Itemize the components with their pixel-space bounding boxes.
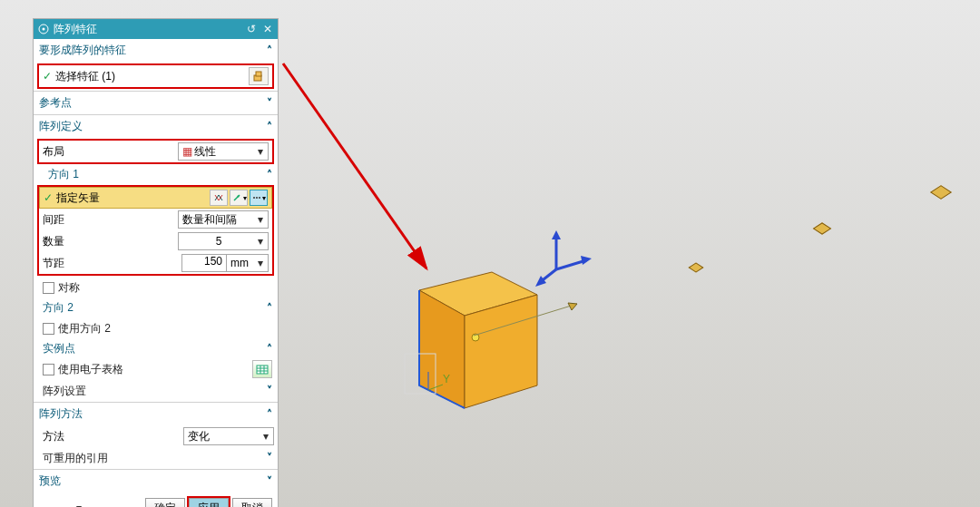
section-features-header[interactable]: 要形成阵列的特征 ˄ [34, 39, 278, 62]
method-label: 方法 [43, 429, 183, 444]
vector-options-button[interactable]: ▾ [250, 190, 268, 206]
chevron-up-icon: ˄ [267, 343, 272, 356]
pattern-feature-panel: 阵列特征 ↺ ✕ 要形成阵列的特征 ˄ ✓ 选择特征 (1) 参考点 ˅ 阵列定… [33, 18, 279, 507]
use-direction2-row[interactable]: 使用方向 2 [34, 317, 278, 339]
chevron-down-icon: ˅ [267, 97, 272, 110]
svg-point-8 [259, 197, 260, 199]
vector-pick-button[interactable]: ▾ [230, 190, 248, 206]
count-label: 数量 [43, 234, 178, 249]
chevron-down-icon: ˅ [267, 475, 272, 488]
vector-reverse-button[interactable] [210, 190, 228, 206]
pattern-settings-header[interactable]: 阵列设置 ˅ [34, 380, 278, 402]
panel-titlebar[interactable]: 阵列特征 ↺ ✕ [34, 19, 278, 39]
cancel-button[interactable]: 取消 [232, 498, 272, 507]
svg-point-6 [256, 197, 258, 199]
chevron-down-icon: ▾ [255, 257, 266, 269]
close-icon[interactable]: ✕ [261, 23, 274, 35]
section-method-header[interactable]: 阵列方法 ˄ [34, 402, 278, 425]
pattern-instance [813, 222, 832, 234]
chevron-down-icon: ▾ [255, 145, 266, 158]
chevron-up-icon: ˄ [267, 302, 272, 315]
svg-point-7 [253, 197, 255, 199]
panel-title: 阵列特征 [54, 22, 241, 37]
check-icon: ✓ [43, 70, 52, 83]
apply-button[interactable]: 应用 [189, 498, 229, 507]
count-spinner[interactable]: 5 ▾ [178, 232, 269, 250]
svg-point-21 [472, 334, 479, 341]
layout-combo[interactable]: ▦ 线性 ▾ [178, 142, 269, 161]
chevron-down-icon: ▾ [255, 213, 266, 226]
svg-text:Y: Y [443, 373, 450, 385]
pattern-instance [930, 185, 952, 200]
direction1-group: ✓ 指定矢量 ▾ ▾ 间距 数量和间隔 ▾ 数量 5 [37, 185, 274, 276]
chevron-down-icon: ▾ [255, 235, 266, 248]
spacing-label: 间距 [43, 212, 178, 228]
svg-point-1 [43, 28, 45, 31]
section-patterndef-header[interactable]: 阵列定义 ˄ [34, 114, 278, 138]
chevron-down-icon: ▾ [260, 430, 271, 443]
layout-group: 布局 ▦ 线性 ▾ [37, 139, 274, 164]
svg-marker-23 [568, 303, 577, 310]
gear-icon [37, 23, 50, 35]
check-icon: ✓ [44, 191, 53, 204]
chevron-down-icon: ˅ [267, 385, 272, 397]
svg-line-24 [283, 63, 426, 268]
section-preview-header[interactable]: 预览 ˅ [34, 469, 278, 492]
direction1-header[interactable]: 方向 1 ˄ [34, 165, 278, 184]
symmetric-label: 对称 [58, 280, 272, 296]
pattern-instance [688, 262, 703, 272]
ok-button[interactable]: 确定 [145, 498, 185, 507]
reusable-ref-header[interactable]: 可重用的引用 ˅ [34, 447, 278, 469]
apply-highlight: 应用 [187, 496, 230, 507]
svg-rect-9 [257, 366, 268, 374]
chevron-up-icon: ˄ [267, 169, 272, 181]
use-direction2-checkbox[interactable] [43, 323, 54, 335]
symmetric-checkbox[interactable] [43, 282, 54, 294]
layout-label: 布局 [43, 144, 178, 160]
pitch-input[interactable]: 150 [181, 254, 227, 272]
pitch-unit-combo[interactable]: mm ▾ [227, 254, 269, 272]
symmetric-row[interactable]: 对称 [34, 277, 278, 298]
section-refpoint-header[interactable]: 参考点 ˅ [34, 91, 278, 114]
expand-toggle[interactable]: ▾ [76, 502, 82, 507]
svg-rect-3 [256, 72, 261, 76]
use-spreadsheet-row: 使用电子表格 [34, 358, 278, 380]
specify-vector-row[interactable]: ✓ 指定矢量 ▾ ▾ [39, 187, 272, 209]
dialog-button-bar: ▾ 确定 应用 取消 [34, 492, 278, 507]
svg-line-27 [556, 260, 586, 269]
spacing-combo[interactable]: 数量和间隔 ▾ [178, 210, 269, 229]
viewport-cube: Y [392, 245, 530, 408]
undo-icon[interactable]: ↺ [245, 23, 258, 35]
pitch-label: 节距 [43, 256, 181, 271]
specify-vector-label: 指定矢量 [56, 190, 208, 206]
select-feature-label: 选择特征 (1) [55, 69, 249, 84]
select-feature-field[interactable]: ✓ 选择特征 (1) [37, 63, 274, 89]
method-combo[interactable]: 变化 ▾ [183, 427, 274, 445]
use-direction2-label: 使用方向 2 [58, 321, 272, 336]
select-feature-button[interactable] [249, 67, 269, 85]
use-spreadsheet-label: 使用电子表格 [58, 362, 252, 377]
chevron-down-icon: ˅ [267, 452, 272, 464]
instance-points-header[interactable]: 实例点 ˄ [34, 339, 278, 358]
svg-marker-26 [552, 230, 561, 239]
use-spreadsheet-checkbox[interactable] [43, 364, 54, 375]
chevron-up-icon: ˄ [267, 44, 272, 57]
axis-triad [534, 229, 597, 295]
svg-marker-28 [581, 256, 592, 265]
chevron-up-icon: ˄ [267, 408, 272, 421]
direction2-header[interactable]: 方向 2 ˄ [34, 298, 278, 317]
chevron-up-icon: ˄ [267, 121, 272, 133]
spreadsheet-button[interactable] [252, 360, 272, 378]
layout-combo-icon: ▦ [182, 145, 192, 158]
